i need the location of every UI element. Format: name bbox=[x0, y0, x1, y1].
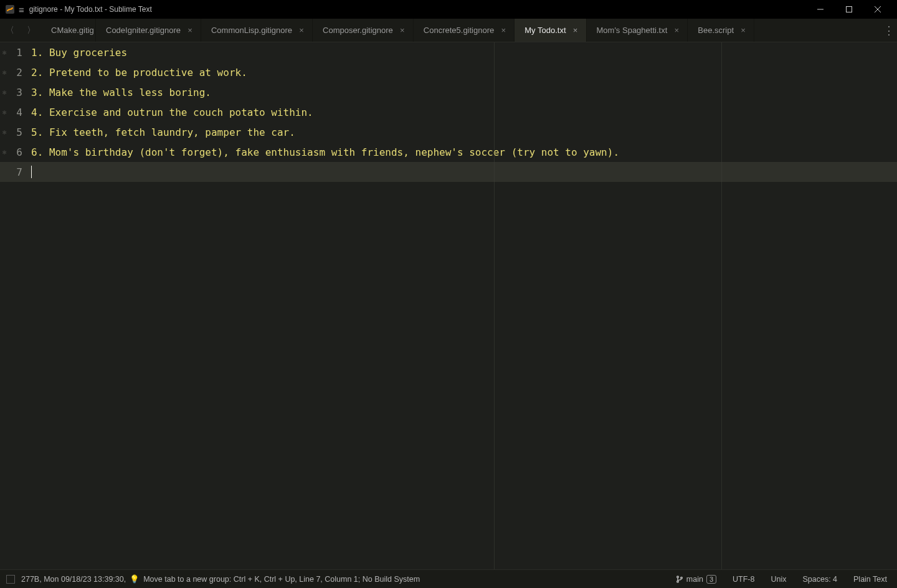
line-number: 1 bbox=[9, 47, 31, 59]
title-bar: ≡ gitignore - My Todo.txt - Sublime Text bbox=[0, 0, 897, 19]
nav-forward-icon[interactable]: 〉 bbox=[25, 25, 37, 36]
tab-label: CodeIgniter.gitignore bbox=[106, 26, 181, 35]
branch-count: 3 bbox=[706, 575, 716, 584]
status-encoding[interactable]: UTF-8 bbox=[733, 575, 754, 584]
tab-my-todo-txt[interactable]: My Todo.txt× bbox=[515, 19, 586, 42]
editor-line[interactable]: ✱22. Pretend to be productive at work. bbox=[0, 62, 897, 82]
ruler-120 bbox=[721, 42, 722, 569]
app-icon bbox=[5, 4, 15, 14]
line-content bbox=[31, 166, 32, 179]
window-title: gitignore - My Todo.txt - Sublime Text bbox=[29, 5, 152, 14]
tab-commonlisp-gitignore[interactable]: CommonLisp.gitignore× bbox=[201, 19, 313, 42]
svg-rect-2 bbox=[847, 7, 852, 12]
editor-line[interactable]: ✱33. Make the walls less boring. bbox=[0, 82, 897, 102]
tab-label: My Todo.txt bbox=[524, 26, 566, 35]
hamburger-icon[interactable]: ≡ bbox=[19, 4, 24, 15]
close-icon[interactable]: × bbox=[297, 26, 306, 35]
svg-point-5 bbox=[676, 576, 678, 577]
close-icon[interactable]: × bbox=[739, 26, 748, 35]
tab-composer-gitignore[interactable]: Composer.gitignore× bbox=[313, 19, 414, 42]
line-number: 3 bbox=[9, 87, 31, 98]
status-file-info: 277B, Mon 09/18/23 13:39:30, bbox=[21, 575, 126, 584]
tab-codeigniter-gitignore[interactable]: CodeIgniter.gitignore× bbox=[96, 19, 201, 42]
gutter-bookmark-icon: ✱ bbox=[0, 128, 9, 136]
gutter-bookmark-icon: ✱ bbox=[0, 148, 9, 156]
close-icon[interactable]: × bbox=[672, 26, 681, 35]
close-icon[interactable]: × bbox=[571, 26, 580, 35]
close-button[interactable] bbox=[863, 0, 892, 19]
tab-nav-arrows: 〈 〉 bbox=[0, 19, 41, 42]
status-indent[interactable]: Spaces: 4 bbox=[802, 575, 837, 584]
status-line-endings[interactable]: Unix bbox=[771, 575, 786, 584]
close-icon[interactable]: × bbox=[186, 26, 194, 35]
gutter-bookmark-icon: ✱ bbox=[0, 68, 9, 77]
editor-line[interactable]: ✱11. Buy groceries bbox=[0, 42, 897, 62]
ruler-80 bbox=[494, 42, 495, 569]
editor-line[interactable]: 7 bbox=[0, 162, 897, 182]
editor-area[interactable]: ✱11. Buy groceries✱22. Pretend to be pro… bbox=[0, 42, 897, 569]
editor-line[interactable]: ✱55. Fix teeth, fetch laundry, pamper th… bbox=[0, 122, 897, 142]
branch-icon bbox=[676, 576, 683, 583]
line-number: 5 bbox=[9, 126, 31, 138]
tab-overflow-button[interactable]: ⋮ bbox=[881, 19, 897, 42]
maximize-button[interactable] bbox=[835, 0, 863, 19]
line-content: 3. Make the walls less boring. bbox=[31, 87, 211, 98]
svg-point-7 bbox=[680, 577, 682, 579]
gutter-bookmark-icon: ✱ bbox=[0, 88, 9, 97]
line-content: 1. Buy groceries bbox=[31, 47, 127, 59]
close-icon[interactable]: × bbox=[499, 26, 508, 35]
gutter-bookmark-icon: ✱ bbox=[0, 108, 9, 116]
tab-label: CommonLisp.gitignore bbox=[211, 26, 292, 35]
tab-bar: 〈 〉 CMake.gitigCodeIgniter.gitignore×Com… bbox=[0, 19, 897, 42]
tab-label: Bee.script bbox=[698, 26, 734, 35]
minimize-button[interactable] bbox=[806, 0, 835, 19]
tab-label: Mom's Spaghetti.txt bbox=[597, 26, 668, 35]
tab-concrete5-gitignore[interactable]: Concrete5.gitignore× bbox=[414, 19, 515, 42]
tip-icon: 💡 bbox=[130, 574, 140, 584]
status-left: 277B, Mon 09/18/23 13:39:30, 💡 Move tab … bbox=[6, 574, 676, 584]
tab-mom-s-spaghetti-txt[interactable]: Mom's Spaghetti.txt× bbox=[587, 19, 688, 42]
editor-line[interactable]: ✱44. Exercise and outrun the couch potat… bbox=[0, 102, 897, 122]
line-content: 4. Exercise and outrun the couch potato … bbox=[31, 107, 313, 118]
gutter-bookmark-icon: ✱ bbox=[0, 48, 9, 57]
svg-point-6 bbox=[676, 581, 678, 582]
line-number: 4 bbox=[9, 107, 31, 118]
git-branch[interactable]: main 3 bbox=[676, 575, 716, 584]
line-number: 7 bbox=[9, 166, 31, 178]
tab-label: Concrete5.gitignore bbox=[424, 26, 494, 35]
status-bar: 277B, Mon 09/18/23 13:39:30, 💡 Move tab … bbox=[0, 569, 897, 588]
line-number: 2 bbox=[9, 67, 31, 78]
tab-label: Composer.gitignore bbox=[323, 26, 393, 35]
editor-line[interactable]: ✱66. Mom's birthday (don't forget), fake… bbox=[0, 142, 897, 162]
branch-name: main bbox=[686, 575, 703, 584]
line-content: 2. Pretend to be productive at work. bbox=[31, 67, 247, 78]
nav-back-icon[interactable]: 〈 bbox=[4, 25, 16, 36]
line-number: 6 bbox=[9, 146, 31, 158]
status-right: main 3 UTF-8 Unix Spaces: 4 Plain Text bbox=[676, 575, 891, 584]
line-content: 6. Mom's birthday (don't forget), fake e… bbox=[31, 146, 619, 158]
status-panel-toggle[interactable] bbox=[6, 575, 15, 584]
line-content: 5. Fix teeth, fetch laundry, pamper the … bbox=[31, 126, 295, 138]
tab-cmake-gitig[interactable]: CMake.gitig bbox=[41, 19, 96, 42]
tab-label: CMake.gitig bbox=[51, 26, 94, 35]
status-tip: Move tab to a new group: Ctrl + K, Ctrl … bbox=[143, 575, 420, 584]
status-syntax[interactable]: Plain Text bbox=[853, 575, 887, 584]
close-icon[interactable]: × bbox=[398, 26, 407, 35]
tab-bee-script[interactable]: Bee.script× bbox=[688, 19, 754, 42]
tabs-list: CMake.gitigCodeIgniter.gitignore×CommonL… bbox=[41, 19, 881, 42]
